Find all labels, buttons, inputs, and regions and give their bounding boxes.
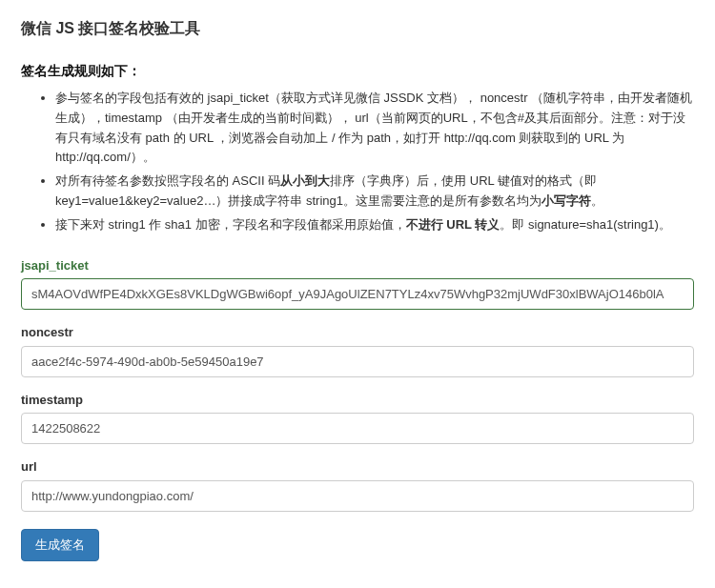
timestamp-group: timestamp: [21, 391, 694, 445]
rule-item: 对所有待签名参数按照字段名的 ASCII 码从小到大排序（字典序）后，使用 UR…: [55, 172, 694, 212]
rule-text: 对所有待签名参数按照字段名的 ASCII 码: [55, 173, 280, 188]
timestamp-label: timestamp: [21, 391, 694, 410]
generate-signature-button[interactable]: 生成签名: [21, 529, 99, 561]
jsapi-ticket-input[interactable]: [21, 278, 694, 310]
rule-text: 。即 signature=sha1(string1)。: [500, 217, 671, 232]
noncestr-label: noncestr: [21, 323, 694, 342]
jsapi-ticket-label: jsapi_ticket: [21, 256, 694, 275]
url-input[interactable]: [21, 480, 694, 512]
timestamp-input[interactable]: [21, 413, 694, 444]
rule-bold: 不进行 URL 转义: [406, 217, 500, 232]
jsapi-ticket-group: jsapi_ticket: [21, 256, 694, 311]
rules-heading: 签名生成规则如下：: [21, 61, 694, 81]
rule-text: 参与签名的字段包括有效的 jsapi_ticket（获取方式详见微信 JSSDK…: [55, 91, 692, 164]
url-label: url: [21, 457, 694, 476]
noncestr-input[interactable]: [21, 346, 694, 377]
page-title: 微信 JS 接口签名校验工具: [21, 17, 694, 40]
rules-list: 参与签名的字段包括有效的 jsapi_ticket（获取方式详见微信 JSSDK…: [21, 89, 694, 235]
rule-item: 接下来对 string1 作 sha1 加密，字段名和字段值都采用原始值，不进行…: [55, 215, 694, 235]
noncestr-group: noncestr: [21, 323, 694, 377]
rule-item: 参与签名的字段包括有效的 jsapi_ticket（获取方式详见微信 JSSDK…: [55, 89, 694, 168]
rule-text: 。: [591, 193, 603, 208]
rule-text: 接下来对 string1 作 sha1 加密，字段名和字段值都采用原始值，: [55, 217, 406, 232]
rule-bold: 从小到大: [280, 173, 330, 188]
rule-bold: 小写字符: [541, 193, 591, 208]
url-group: url: [21, 457, 694, 512]
